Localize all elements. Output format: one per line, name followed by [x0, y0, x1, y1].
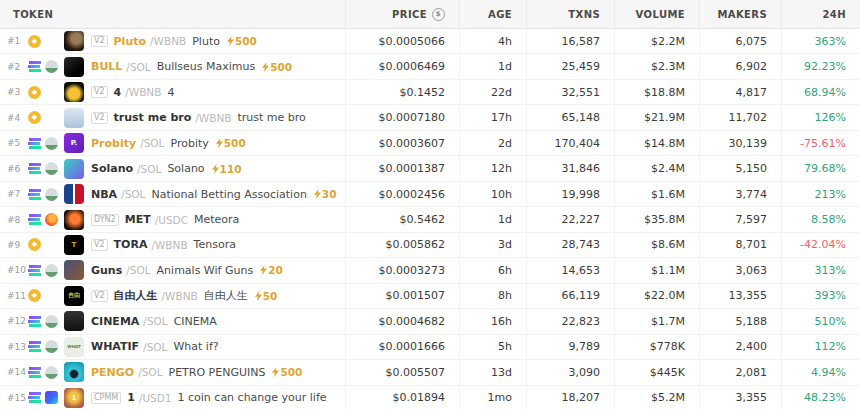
rank-label: #3 [0, 87, 28, 97]
token-symbol: Pluto [114, 35, 146, 48]
txns-cell: 25,459 [527, 54, 615, 78]
boost-badge: 50 [255, 290, 278, 302]
pumpswap-dex-icon [45, 340, 58, 353]
table-row[interactable]: #10 Guns /SOL Animals Wif Guns 20 $0.000… [0, 258, 860, 283]
token-name: PETRO PENGUINS [169, 366, 266, 379]
table-row[interactable]: #13 WHAT WHATIF /SOL What if? $0.0001666… [0, 335, 860, 360]
price-cell: $0.005862 [346, 233, 460, 257]
table-row[interactable]: #14 PENGO /SOL PETRO PENGUINS 500 $0.005… [0, 360, 860, 385]
price-cell: $0.005507 [346, 360, 460, 384]
lightning-icon [212, 164, 219, 174]
txns-cell: 65,148 [527, 105, 615, 129]
column-header-age[interactable]: AGE [460, 0, 527, 28]
rank-label: #10 [0, 265, 28, 275]
table-row[interactable]: #6 Solano /SOL Solano 110 $0.0001387 12h… [0, 156, 860, 181]
quote-token: /SOL [140, 137, 164, 149]
boost-amount: 500 [235, 35, 257, 47]
column-header-volume[interactable]: VOLUME [615, 0, 700, 28]
age-cell: 16h [460, 309, 527, 333]
table-body: #1 V2 Pluto /WBNB Pluto 500 $0.0005066 4… [0, 29, 860, 410]
age-cell: 6h [460, 258, 527, 282]
rank-label: #13 [0, 342, 28, 352]
change-24h-cell: 92.23% [782, 54, 860, 78]
makers-cell: 5,150 [700, 156, 782, 180]
volume-cell: $21.9M [615, 105, 700, 129]
table-row[interactable]: #4 V2 trust me bro /WBNB trust me bro $0… [0, 105, 860, 130]
lightning-icon [227, 36, 234, 46]
change-24h-cell: -75.61% [782, 131, 860, 155]
token-name: 1 coin can change your life [178, 391, 327, 404]
makers-cell: 7,597 [700, 207, 782, 231]
token-cell: #13 WHAT WHATIF /SOL What if? [0, 335, 346, 359]
age-cell: 5h [460, 335, 527, 359]
table-row[interactable]: #12 CINEMA /SOL CINEMA $0.0004682 16h 22… [0, 309, 860, 334]
token-name: What if? [173, 340, 218, 353]
token-image [64, 31, 84, 51]
volume-cell: $445K [615, 360, 700, 384]
quote-token: /SOL [137, 163, 161, 175]
column-header-txns[interactable]: TXNS [527, 0, 615, 28]
change-24h-cell: 112% [782, 335, 860, 359]
age-cell: 2d [460, 131, 527, 155]
table-row[interactable]: #5 P. Probity /SOL Probity 500 $0.000360… [0, 131, 860, 156]
txns-cell: 22,227 [527, 207, 615, 231]
txns-cell: 28,743 [527, 233, 615, 257]
table-header: TOKEN PRICE $ AGE TXNS VOLUME MAKERS 24H [0, 0, 860, 29]
table-row[interactable]: #7 NBA /SOL National Betting Association… [0, 182, 860, 207]
age-cell: 1mo [460, 386, 527, 410]
boost-badge: 500 [272, 366, 302, 378]
volume-cell: $14.8M [615, 131, 700, 155]
table-row[interactable]: #11 自由 V2 自由人生 /WBNB 自由人生 50 $0.001507 8… [0, 284, 860, 309]
table-row[interactable]: #9 T V2 TORA /WBNB Tensora $0.005862 3d … [0, 233, 860, 258]
boost-amount: 500 [270, 61, 292, 73]
makers-cell: 5,188 [700, 309, 782, 333]
token-table: TOKEN PRICE $ AGE TXNS VOLUME MAKERS 24H… [0, 0, 860, 410]
quote-token: /WBNB [151, 239, 187, 251]
change-24h-cell: 68.94% [782, 80, 860, 104]
column-header-makers[interactable]: MAKERS [700, 0, 782, 28]
price-cell: $0.0006469 [346, 54, 460, 78]
column-header-24h[interactable]: 24H [782, 0, 860, 28]
volume-cell: $5.2M [615, 386, 700, 410]
table-row[interactable]: #15 1 CPMM 1 /USD1 1 coin can change you… [0, 386, 860, 410]
token-symbol: PENGO [91, 366, 134, 379]
age-cell: 17h [460, 105, 527, 129]
table-row[interactable]: #8 DYN2 MET /USDC Meteora $0.5462 1d 22,… [0, 207, 860, 232]
token-image: 1 [64, 388, 84, 408]
column-header-price[interactable]: PRICE $ [346, 0, 460, 28]
change-24h-cell: 126% [782, 105, 860, 129]
rank-label: #14 [0, 367, 28, 377]
token-image [64, 362, 84, 382]
rank-label: #7 [0, 189, 28, 199]
price-cell: $0.0001666 [346, 335, 460, 359]
price-cell: $0.0003607 [346, 131, 460, 155]
rank-label: #12 [0, 316, 28, 326]
token-image [64, 82, 84, 102]
token-name: 4 [167, 86, 174, 99]
change-24h-cell: 363% [782, 29, 860, 53]
makers-cell: 2,400 [700, 335, 782, 359]
makers-cell: 3,063 [700, 258, 782, 282]
quote-token: /USD1 [139, 392, 172, 404]
pumpswap-dex-icon [45, 264, 58, 277]
price-cell: $0.0003273 [346, 258, 460, 282]
table-row[interactable]: #2 BULL /SOL Bullseus Maximus 500 $0.000… [0, 54, 860, 79]
price-cell: $0.0004682 [346, 309, 460, 333]
token-name: Bullseus Maximus [157, 60, 256, 73]
token-image: T [64, 235, 84, 255]
pumpswap-dex-icon [45, 315, 58, 328]
change-24h-cell: 313% [782, 258, 860, 282]
table-row[interactable]: #1 V2 Pluto /WBNB Pluto 500 $0.0005066 4… [0, 29, 860, 54]
age-cell: 10h [460, 182, 527, 206]
volume-cell: $778K [615, 335, 700, 359]
token-symbol: WHATIF [91, 340, 139, 353]
volume-cell: $1.6M [615, 182, 700, 206]
table-row[interactable]: #3 V2 4 /WBNB 4 $0.1452 22d 32,551 $18.8… [0, 80, 860, 105]
pumpswap-dex-icon [45, 366, 58, 379]
column-header-token[interactable]: TOKEN [0, 0, 346, 28]
boost-badge: 110 [212, 163, 242, 175]
makers-cell: 6,902 [700, 54, 782, 78]
change-24h-cell: 79.68% [782, 156, 860, 180]
volume-cell: $2.2M [615, 29, 700, 53]
token-cell: #6 Solano /SOL Solano 110 [0, 156, 346, 180]
